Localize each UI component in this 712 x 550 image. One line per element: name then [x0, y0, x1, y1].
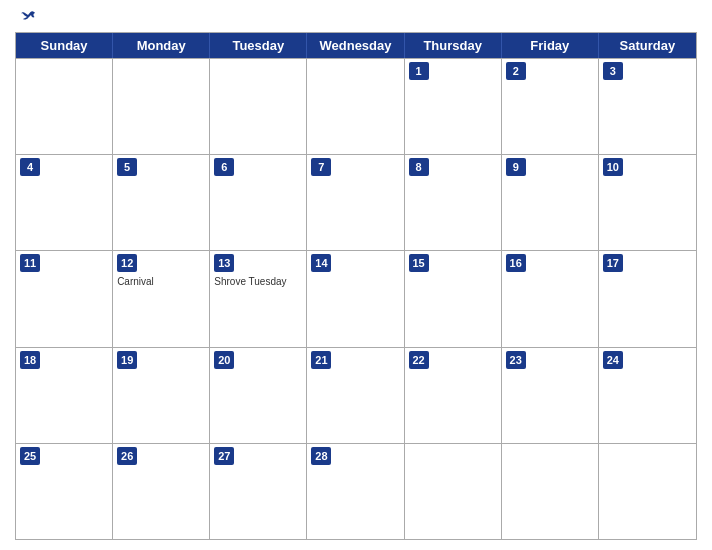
week-row-2: 1112Carnival13Shrove Tuesday14151617 — [16, 250, 696, 346]
day-cell: 5 — [113, 155, 210, 250]
day-number: 3 — [603, 62, 623, 80]
day-cell: 18 — [16, 348, 113, 443]
day-cell: 1 — [405, 59, 502, 154]
day-number: 24 — [603, 351, 623, 369]
day-cell: 23 — [502, 348, 599, 443]
day-number: 0 — [214, 62, 234, 80]
day-cell: 9 — [502, 155, 599, 250]
day-cell: 20 — [210, 348, 307, 443]
day-number: 27 — [214, 447, 234, 465]
week-row-4: 25262728000 — [16, 443, 696, 539]
day-headers-row: SundayMondayTuesdayWednesdayThursdayFrid… — [16, 33, 696, 58]
logo-blue-text — [20, 10, 38, 24]
day-cell: 27 — [210, 444, 307, 539]
calendar-container: SundayMondayTuesdayWednesdayThursdayFrid… — [0, 0, 712, 550]
day-number: 14 — [311, 254, 331, 272]
day-number: 21 — [311, 351, 331, 369]
day-number: 6 — [214, 158, 234, 176]
week-row-1: 45678910 — [16, 154, 696, 250]
day-number: 25 — [20, 447, 40, 465]
day-number: 11 — [20, 254, 40, 272]
header — [15, 10, 697, 24]
day-number: 15 — [409, 254, 429, 272]
day-cell: 28 — [307, 444, 404, 539]
day-number: 12 — [117, 254, 137, 272]
logo-bird-icon — [20, 10, 36, 24]
week-row-0: 0000123 — [16, 58, 696, 154]
weeks-container: 0000123456789101112Carnival13Shrove Tues… — [16, 58, 696, 539]
day-number: 20 — [214, 351, 234, 369]
day-cell: 21 — [307, 348, 404, 443]
day-cell: 12Carnival — [113, 251, 210, 346]
day-cell: 0 — [16, 59, 113, 154]
day-number: 13 — [214, 254, 234, 272]
day-number: 0 — [409, 447, 429, 465]
day-cell: 17 — [599, 251, 696, 346]
day-header-sunday: Sunday — [16, 33, 113, 58]
day-cell: 15 — [405, 251, 502, 346]
day-number: 8 — [409, 158, 429, 176]
day-number: 0 — [311, 62, 331, 80]
day-number: 0 — [603, 447, 623, 465]
day-header-monday: Monday — [113, 33, 210, 58]
event-label: Shrove Tuesday — [214, 275, 302, 288]
day-number: 10 — [603, 158, 623, 176]
day-cell: 7 — [307, 155, 404, 250]
day-cell: 0 — [405, 444, 502, 539]
day-cell: 0 — [599, 444, 696, 539]
day-cell: 0 — [210, 59, 307, 154]
day-cell: 14 — [307, 251, 404, 346]
day-header-tuesday: Tuesday — [210, 33, 307, 58]
day-header-friday: Friday — [502, 33, 599, 58]
day-cell: 4 — [16, 155, 113, 250]
day-cell: 0 — [502, 444, 599, 539]
day-number: 9 — [506, 158, 526, 176]
logo — [20, 10, 38, 24]
day-number: 7 — [311, 158, 331, 176]
day-cell: 26 — [113, 444, 210, 539]
day-cell: 10 — [599, 155, 696, 250]
day-cell: 6 — [210, 155, 307, 250]
day-header-thursday: Thursday — [405, 33, 502, 58]
event-label: Carnival — [117, 275, 205, 288]
day-number: 0 — [117, 62, 137, 80]
day-cell: 25 — [16, 444, 113, 539]
day-number: 0 — [506, 447, 526, 465]
day-cell: 0 — [113, 59, 210, 154]
day-cell: 24 — [599, 348, 696, 443]
day-number: 0 — [20, 62, 40, 80]
day-number: 2 — [506, 62, 526, 80]
day-number: 17 — [603, 254, 623, 272]
day-number: 22 — [409, 351, 429, 369]
day-cell: 8 — [405, 155, 502, 250]
day-cell: 19 — [113, 348, 210, 443]
day-number: 5 — [117, 158, 137, 176]
day-number: 18 — [20, 351, 40, 369]
day-cell: 3 — [599, 59, 696, 154]
day-cell: 22 — [405, 348, 502, 443]
day-cell: 0 — [307, 59, 404, 154]
day-number: 19 — [117, 351, 137, 369]
day-header-saturday: Saturday — [599, 33, 696, 58]
day-cell: 16 — [502, 251, 599, 346]
calendar-grid: SundayMondayTuesdayWednesdayThursdayFrid… — [15, 32, 697, 540]
day-number: 26 — [117, 447, 137, 465]
day-cell: 13Shrove Tuesday — [210, 251, 307, 346]
week-row-3: 18192021222324 — [16, 347, 696, 443]
day-number: 4 — [20, 158, 40, 176]
day-cell: 11 — [16, 251, 113, 346]
day-number: 23 — [506, 351, 526, 369]
day-header-wednesday: Wednesday — [307, 33, 404, 58]
day-number: 16 — [506, 254, 526, 272]
day-cell: 2 — [502, 59, 599, 154]
day-number: 28 — [311, 447, 331, 465]
day-number: 1 — [409, 62, 429, 80]
